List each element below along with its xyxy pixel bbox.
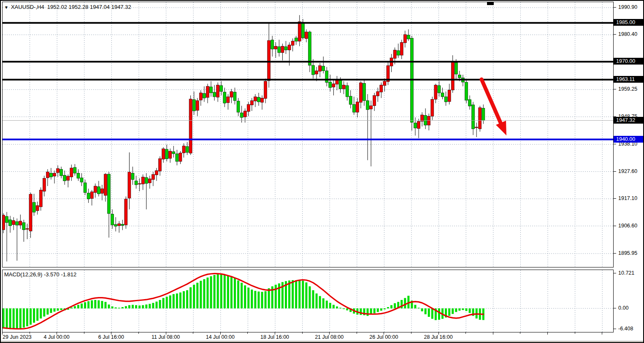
candle: [97, 186, 100, 194]
macd-canvas[interactable]: [3, 270, 613, 332]
candle: [336, 80, 338, 84]
price-axis-tick: [614, 89, 616, 89]
candle: [84, 183, 87, 192]
candle: [57, 168, 60, 173]
candle: [298, 22, 301, 41]
candle: [438, 86, 441, 93]
time-axis-tick: [247, 332, 248, 334]
time-axis-tick: [547, 332, 548, 335]
time-axis-tick: [493, 332, 493, 335]
candle: [434, 85, 437, 100]
candle: [261, 98, 264, 102]
chart-title: ▼XAUUSD-,H4 1952.02 1952.28 1947.04 1947…: [4, 4, 131, 10]
candle: [121, 224, 124, 225]
status-bar: [1, 341, 643, 343]
candle: [329, 82, 332, 88]
price-level-badge: 1963.11: [614, 76, 643, 83]
candle: [108, 174, 111, 213]
candle: [322, 66, 325, 71]
candle: [373, 95, 376, 106]
candle: [468, 100, 471, 106]
price-axis-tick: [614, 7, 616, 8]
candle: [73, 167, 76, 173]
candle: [479, 108, 482, 129]
price-axis-tick: [614, 144, 616, 144]
candle: [5, 216, 8, 223]
candle: [284, 47, 287, 50]
candle: [114, 224, 117, 226]
time-axis-tick: [138, 332, 139, 334]
candle: [53, 173, 56, 176]
candle: [100, 189, 103, 193]
candle: [3, 215, 5, 230]
price-panel[interactable]: [2, 2, 614, 267]
candle: [179, 153, 182, 161]
time-axis-label: 6 Jul 16:00: [98, 334, 124, 340]
macd-axis-tick: [614, 329, 616, 329]
candle: [138, 184, 141, 184]
price-axis-label: 1906.60: [618, 223, 637, 229]
candle: [70, 168, 73, 177]
candle: [397, 51, 400, 55]
candle: [305, 32, 308, 39]
candle: [237, 101, 240, 112]
candle: [162, 149, 165, 159]
chart-window: ▼XAUUSD-,H4 1952.02 1952.28 1947.04 1947…: [0, 0, 644, 343]
price-level-badge: 1970.00: [614, 58, 643, 65]
time-axis-label: 14 Jul 00:00: [206, 334, 235, 340]
candle: [155, 170, 158, 175]
candle: [32, 203, 35, 212]
candle: [230, 92, 233, 97]
time-axis-label: 26 Jul 00:00: [369, 334, 398, 340]
candle: [199, 93, 202, 100]
candle: [278, 47, 281, 53]
candle: [176, 154, 179, 161]
candle: [26, 229, 29, 230]
time-axis-label: 11 Jul 08:00: [152, 334, 180, 340]
candle: [16, 221, 19, 225]
macd-indicator-label: MACD(12,26,9) -3.570 -1.812: [4, 271, 76, 278]
chart-shift-marker[interactable]: [487, 2, 494, 5]
candle: [380, 85, 383, 92]
price-axis[interactable]: 1990.901980.401959.251948.751938.101927.…: [614, 1, 644, 341]
candle: [448, 90, 451, 102]
candle: [196, 100, 199, 110]
time-axis-tick: [465, 332, 466, 334]
candle: [223, 92, 226, 103]
macd-panel[interactable]: [2, 270, 614, 332]
candlesticks: [3, 15, 485, 262]
trend-arrow[interactable]: [482, 79, 506, 135]
candle: [295, 38, 298, 41]
candle: [250, 100, 253, 105]
candle: [363, 83, 365, 100]
time-axis-label: 4 Jul 00:00: [44, 334, 70, 340]
candle: [36, 205, 39, 211]
candle: [319, 66, 322, 72]
candle: [182, 146, 185, 153]
candle: [118, 224, 121, 226]
time-axis-label: 18 Jul 16:00: [260, 334, 289, 340]
grid-lines: [3, 2, 613, 267]
candle: [43, 178, 46, 192]
candle: [264, 81, 267, 98]
candle: [359, 83, 362, 103]
price-axis-label: 1895.95: [618, 250, 637, 256]
candle: [46, 172, 49, 178]
candle: [349, 96, 352, 105]
candle: [288, 45, 291, 50]
macd-grid: [3, 270, 613, 332]
candle: [339, 81, 342, 89]
chart-title-text: XAUUSD-,H4 1952.02 1952.28 1947.04 1947.…: [11, 4, 131, 10]
time-axis-label: 29 Jun 2023: [3, 334, 32, 340]
price-axis-label: 1990.90: [618, 4, 637, 10]
candle: [220, 86, 223, 92]
candle: [210, 87, 213, 93]
time-axis[interactable]: 29 Jun 20234 Jul 00:006 Jul 16:0011 Jul …: [2, 332, 614, 341]
price-axis-tick: [614, 34, 616, 35]
candle: [111, 214, 114, 225]
macd-axis-label: 10.721: [618, 270, 634, 276]
candle: [268, 41, 271, 81]
candle: [49, 173, 52, 177]
time-axis-tick: [357, 332, 357, 334]
price-chart-canvas[interactable]: [3, 2, 613, 267]
